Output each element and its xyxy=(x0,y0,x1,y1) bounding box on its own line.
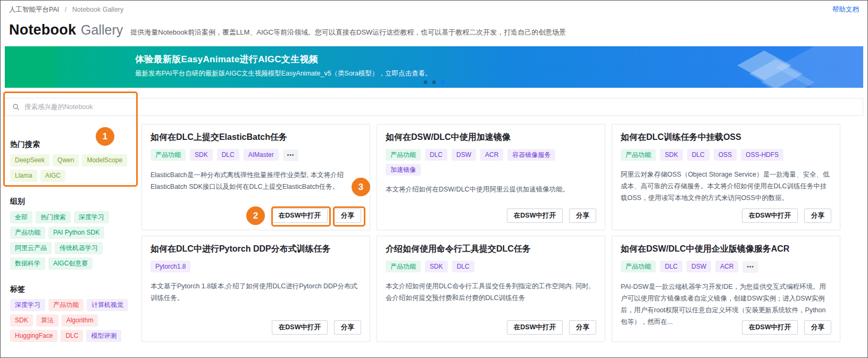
card-grid: 如何在DLC上提交ElasticBatch任务产品功能SDKDLCAIMaste… xyxy=(141,124,840,342)
search-icon xyxy=(12,103,20,111)
card-tag[interactable]: 产品功能 xyxy=(621,149,656,161)
open-in-dsw-button[interactable]: 在DSW中打开 xyxy=(742,209,798,223)
card-title: 如何在DLC上提交ElasticBatch任务 xyxy=(151,132,361,143)
card-tag[interactable]: OSS xyxy=(714,149,737,161)
share-button[interactable]: 分享 xyxy=(334,209,361,223)
card-tag[interactable]: 产品功能 xyxy=(621,261,656,272)
card-tag[interactable]: OSS-HDFS xyxy=(741,149,783,161)
card-tag[interactable]: SDK xyxy=(425,261,448,272)
filter-tag[interactable]: 热门搜索 xyxy=(36,211,71,223)
share-button[interactable]: 分享 xyxy=(569,320,596,335)
banner-left-block xyxy=(5,46,55,88)
filter-tag[interactable]: AIGC xyxy=(40,170,65,182)
card-tag[interactable]: 产品功能 xyxy=(386,149,421,161)
filter-tag[interactable]: 模型评测 xyxy=(86,330,121,342)
card-tag[interactable]: DLC xyxy=(660,261,682,272)
top-bar: 人工智能平台PAI / Notebook Gallery 帮助文档 xyxy=(1,1,867,15)
card-title: 介绍如何使用命令行工具提交DLC任务 xyxy=(386,244,596,255)
share-button[interactable]: 分享 xyxy=(804,320,831,335)
banner-title: 体验最新版EasyAnimate进行AIGC文生视频 xyxy=(135,53,431,65)
page-header: Notebook Gallery 提供海量Notebook前沿案例，覆盖LLM、… xyxy=(9,16,859,38)
open-in-dsw-button[interactable]: 在DSW中打开 xyxy=(507,209,563,223)
share-button[interactable]: 分享 xyxy=(804,209,831,223)
more-tags-button[interactable]: ••• xyxy=(283,149,299,161)
sidebar-section-title: 组别 xyxy=(10,197,135,206)
card-title: 如何在DLC中进行Pytorch DDP分布式训练任务 xyxy=(151,244,361,255)
filter-tag[interactable]: ModelScope xyxy=(82,154,127,166)
card-description: 本文介绍如何使用DLC命令行工具提交任务到指定的工作空间内. 同时,会介绍如何提… xyxy=(386,281,596,304)
filter-tag[interactable]: DeepSeek xyxy=(10,154,49,166)
help-doc-link[interactable]: 帮助文档 xyxy=(832,5,859,14)
carousel-dot[interactable] xyxy=(424,80,428,84)
page-subtitle: 提供海量Notebook前沿案例，覆盖LLM、AIGC等前沿领域。您可以直接在D… xyxy=(130,28,566,37)
card-tag[interactable]: 加速镜像 xyxy=(386,164,421,176)
sidebar-section: 组别全部热门搜索深度学习产品功能PAI Python SDK阿里云产品传统机器学… xyxy=(10,197,135,273)
card-tag[interactable]: Pytorch1.8 xyxy=(151,261,190,272)
filter-tag[interactable]: Algorithm xyxy=(62,314,98,327)
card-tag[interactable]: DLC xyxy=(217,149,239,161)
banner-text: 体验最新版EasyAnimate进行AIGC文生视频 最新发布PAI平台自研的最… xyxy=(135,53,431,78)
filter-tag[interactable]: 深度学习 xyxy=(10,299,45,311)
card-actions: 在DSW中打开分享 xyxy=(742,209,831,223)
card-tag-list: 产品功能SDKDLC xyxy=(386,261,596,276)
filter-tag[interactable]: Qwen xyxy=(53,154,79,166)
filter-tag[interactable]: 阿里云产品 xyxy=(10,242,52,254)
sidebar-tag-list: DeepSeekQwenModelScopeLlamaAIGC xyxy=(10,154,135,185)
filter-tag[interactable]: Llama xyxy=(10,170,37,182)
filter-tag[interactable]: 产品功能 xyxy=(10,227,45,239)
card-tag-list: 产品功能SDKDLCOSSOSS-HDFS xyxy=(621,149,831,164)
card-tag[interactable]: DLC xyxy=(687,149,710,161)
filter-tag[interactable]: 数据科学 xyxy=(10,257,45,270)
filter-tag[interactable]: AIGC创意赛 xyxy=(48,257,93,270)
open-in-dsw-button[interactable]: 在DSW中打开 xyxy=(507,320,563,335)
carousel-dot-active[interactable] xyxy=(441,80,445,84)
pai-notebook-gallery-page: 人工智能平台PAI / Notebook Gallery 帮助文档 Notebo… xyxy=(0,0,868,358)
card-tag[interactable]: DLC xyxy=(425,149,447,161)
card-tag[interactable]: AIMaster xyxy=(244,149,279,161)
filter-tag[interactable]: HuggingFace xyxy=(10,330,57,342)
sidebar-tag-list: 深度学习产品功能计算机视觉SDK算法AlgorithmHuggingFaceDL… xyxy=(10,299,135,345)
card-tag[interactable]: 产品功能 xyxy=(386,261,421,272)
promo-banner[interactable]: 体验最新版EasyAnimate进行AIGC文生视频 最新发布PAI平台自研的最… xyxy=(5,46,863,88)
filter-tag[interactable]: 产品功能 xyxy=(48,299,84,311)
filter-tag[interactable]: SDK xyxy=(10,314,33,327)
card-description: 本文将介绍如何在DSW/DLC中使用阿里云提供加速镜像功能。 xyxy=(386,184,596,196)
card-actions: 在DSW中打开分享 xyxy=(742,320,831,335)
more-tags-button[interactable]: ••• xyxy=(742,261,758,273)
card-tag[interactable]: ACR xyxy=(480,149,503,161)
carousel-dot[interactable] xyxy=(432,80,436,84)
card-description: ElasticBatch是一种分布式离线弹性批量推理作业类型, 本文将介绍Ela… xyxy=(151,170,361,193)
breadcrumb-root[interactable]: 人工智能平台PAI xyxy=(9,6,59,13)
share-button[interactable]: 分享 xyxy=(334,320,361,335)
notebook-card: 如何在DLC上提交ElasticBatch任务产品功能SDKDLCAIMaste… xyxy=(141,124,370,230)
filter-tag[interactable]: 深度学习 xyxy=(74,211,109,223)
notebook-card: 介绍如何使用命令行工具提交DLC任务产品功能SDKDLC本文介绍如何使用DLC命… xyxy=(377,236,605,342)
card-title: 如何在DSW/DLC中使用企业版镜像服务ACR xyxy=(621,244,831,255)
page-title-secondary: Gallery xyxy=(81,22,123,38)
open-in-dsw-button[interactable]: 在DSW中打开 xyxy=(272,320,328,335)
search-input[interactable] xyxy=(24,103,856,111)
filter-tag[interactable]: PAI Python SDK xyxy=(48,227,104,239)
filter-tag[interactable]: 全部 xyxy=(10,211,32,223)
card-actions: 在DSW中打开分享 xyxy=(507,320,596,335)
card-tag[interactable]: ACR xyxy=(715,261,738,272)
card-tag[interactable]: DSW xyxy=(687,261,711,272)
card-tag-list: 产品功能DLCDSWACR容器镜像服务加速镜像 xyxy=(386,149,596,179)
filter-tag[interactable]: 传统机器学习 xyxy=(55,242,103,254)
share-button[interactable]: 分享 xyxy=(569,209,596,223)
card-title: 如何在DLC训练任务中挂载OSS xyxy=(621,132,831,143)
filter-tag[interactable]: 计算机视觉 xyxy=(87,299,128,311)
filter-tag[interactable]: 算法 xyxy=(36,314,59,327)
notebook-card: 如何在DSW/DLC中使用加速镜像产品功能DLCDSWACR容器镜像服务加速镜像… xyxy=(377,124,605,230)
card-tag[interactable]: SDK xyxy=(190,149,213,161)
card-tag[interactable]: DLC xyxy=(452,261,474,272)
card-tag[interactable]: 产品功能 xyxy=(151,149,186,161)
card-actions: 在DSW中打开分享 xyxy=(507,209,596,223)
open-in-dsw-button[interactable]: 在DSW中打开 xyxy=(742,320,798,335)
breadcrumb: 人工智能平台PAI / Notebook Gallery xyxy=(9,5,123,14)
card-tag[interactable]: DSW xyxy=(452,149,476,161)
open-in-dsw-button[interactable]: 在DSW中打开 xyxy=(272,209,328,223)
card-tag[interactable]: SDK xyxy=(660,149,683,161)
filter-tag[interactable]: DLC xyxy=(61,330,83,342)
card-tag[interactable]: 容器镜像服务 xyxy=(507,149,555,161)
